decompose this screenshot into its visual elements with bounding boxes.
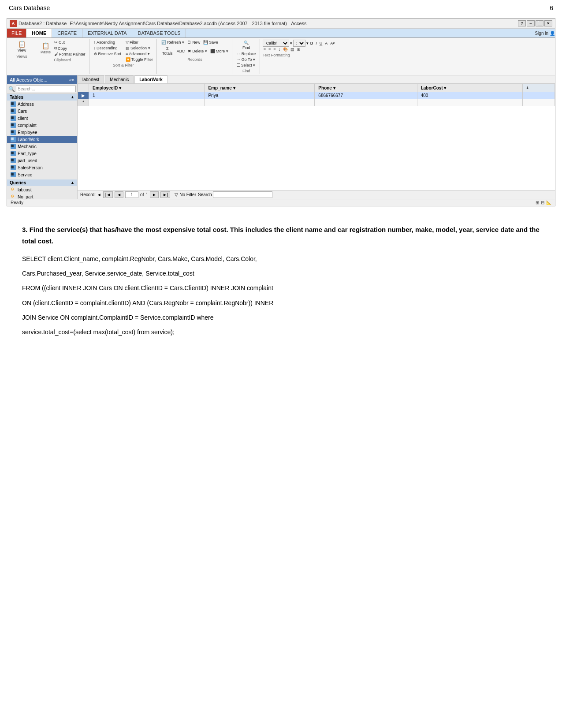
nav-query-no-part[interactable]: ⚙ No_part xyxy=(7,193,77,200)
select-button[interactable]: ☰ Select ▾ xyxy=(236,63,257,68)
line-spacing-button[interactable]: ↕ xyxy=(278,47,282,52)
find-button[interactable]: 🔍 Find xyxy=(236,40,257,51)
sql-line-6: service.total_cost=(select max(total_cos… xyxy=(22,327,540,338)
query-icon: ⚙ xyxy=(11,187,16,192)
tab-home[interactable]: HOME xyxy=(26,29,52,37)
table-row-new[interactable]: * xyxy=(78,99,555,106)
queries-expand-icon[interactable]: ▲ xyxy=(71,180,74,185)
tab-laborwork[interactable]: LaborWork xyxy=(134,75,167,83)
bold-button[interactable]: B xyxy=(309,41,314,46)
selection-button[interactable]: ▤ Selection ▾ xyxy=(125,45,154,51)
col-new-field[interactable]: + xyxy=(522,84,555,92)
help-button[interactable]: ? xyxy=(518,20,526,26)
next-record-button[interactable]: ► xyxy=(150,191,159,198)
gridlines-button[interactable]: ⊞ xyxy=(296,47,301,52)
tables-expand-icon[interactable]: ▲ xyxy=(71,95,74,100)
nav-item-client[interactable]: ▦ client xyxy=(7,115,77,122)
nav-item-cars[interactable]: ▦ Cars xyxy=(7,108,77,115)
last-record-button[interactable]: ►| xyxy=(160,191,171,198)
design-view-icon[interactable]: 📐 xyxy=(546,200,551,205)
ribbon-group-clipboard: 📋 Paste ✂ Cut ⧉ Copy 🖌 Format Painter xyxy=(36,39,89,74)
advanced-button[interactable]: ≡ Advanced ▾ xyxy=(125,51,154,56)
cell-new-labor-cost[interactable] xyxy=(417,99,522,106)
descending-button[interactable]: ↓ Descending xyxy=(93,45,123,51)
nav-search-input[interactable] xyxy=(213,191,272,198)
tab-labortest[interactable]: labortest xyxy=(78,75,104,83)
tab-create[interactable]: CREATE xyxy=(52,29,82,37)
filter-status[interactable]: ▽ No Filter xyxy=(175,192,196,197)
tab-mechanic[interactable]: Mechanic xyxy=(105,75,134,83)
nav-item-employee[interactable]: ▦ Employee xyxy=(7,129,77,136)
table-row[interactable]: ▶ 1 Priya 6866766677 400 xyxy=(78,92,555,99)
go-to-button[interactable]: → Go To ▾ xyxy=(236,57,257,62)
spelling-button[interactable]: ABC xyxy=(176,49,186,54)
align-right-button[interactable]: ≡ xyxy=(272,47,276,52)
nav-item-part-used[interactable]: ▦ part_used xyxy=(7,157,77,164)
nav-item-salesperson[interactable]: ▦ SalesPerson xyxy=(7,164,77,171)
pivot-table-icon[interactable]: ⊟ xyxy=(541,200,544,205)
tab-external-data[interactable]: EXTERNAL DATA xyxy=(82,29,132,37)
align-center-button[interactable]: ≡ xyxy=(268,47,272,52)
save-button[interactable]: 💾 Save xyxy=(202,40,219,45)
background-color-button[interactable]: 🎨 xyxy=(282,47,289,52)
cell-new-phone[interactable] xyxy=(315,99,417,106)
col-employee-id[interactable]: EmployeeID ▾ xyxy=(89,84,205,92)
paste-button[interactable]: 📋 Paste xyxy=(39,41,52,55)
nav-item-complaint[interactable]: ▦ complaint xyxy=(7,122,77,129)
col-labor-cost[interactable]: LaborCost ▾ xyxy=(417,84,522,92)
nav-item-laborwork[interactable]: ▦ LaborWork xyxy=(7,136,77,143)
nav-item-service[interactable]: ▦ Service xyxy=(7,171,77,178)
sort-filter-label: Sort & Filter xyxy=(113,63,134,67)
font-family-select[interactable]: Calibri xyxy=(263,40,289,47)
ascending-button[interactable]: ↑ Ascending xyxy=(93,40,123,45)
search-input[interactable] xyxy=(16,86,76,92)
nav-pane-expand-icon[interactable]: «» xyxy=(69,77,74,82)
delete-button[interactable]: ✖ Delete ▾ xyxy=(187,49,208,54)
refresh-button[interactable]: 🔃 Refresh ▾ xyxy=(160,40,185,45)
maximize-button[interactable]: ⬜ xyxy=(536,20,543,26)
cell-new-employee-id[interactable] xyxy=(89,99,205,106)
nav-query-labcost[interactable]: ⚙ labcost xyxy=(7,186,77,193)
cell-new-empty xyxy=(522,99,555,106)
col-phone[interactable]: Phone ▾ xyxy=(315,84,417,92)
nav-item-mechanic[interactable]: ▦ Mechanic xyxy=(7,143,77,150)
prev-record-button[interactable]: ◄ xyxy=(115,191,123,198)
more-button[interactable]: ⬛ More ▾ xyxy=(209,49,229,54)
remove-sort-button[interactable]: ⊗ Remove Sort xyxy=(93,51,123,56)
copy-button[interactable]: ⧉ Copy xyxy=(53,45,86,51)
highlight-color-button[interactable]: A▾ xyxy=(329,41,336,46)
new-button[interactable]: 🗒 New xyxy=(186,40,201,45)
sign-in[interactable]: Sign in 👤 xyxy=(535,29,555,37)
font-color-button[interactable]: A xyxy=(324,41,328,46)
align-left-button[interactable]: ≡ xyxy=(263,47,267,52)
datasheet-view-icon[interactable]: ⊞ xyxy=(536,200,539,205)
toggle-filter-button[interactable]: 🔽 Toggle Filter xyxy=(125,57,154,62)
filter-button[interactable]: ▽ Filter xyxy=(125,40,154,45)
nav-pane-header[interactable]: All Access Obje... «» xyxy=(7,75,77,84)
text-fmt-top: Calibri ▾ 11 ▾ B I U A A▾ xyxy=(263,40,551,47)
italic-button[interactable]: I xyxy=(315,41,318,46)
cell-labor-cost: 400 xyxy=(417,92,522,99)
nav-item-part-type[interactable]: ▦ Part_type xyxy=(7,150,77,157)
totals-button[interactable]: Σ Totals xyxy=(160,45,175,56)
font-size-select[interactable]: 11 xyxy=(293,40,305,47)
tab-file[interactable]: FILE xyxy=(7,29,26,37)
queries-section-header[interactable]: Queries ▲ xyxy=(7,179,77,186)
go-to-icon: → xyxy=(237,57,241,62)
minimize-button[interactable]: – xyxy=(527,20,535,26)
tables-section-header[interactable]: Tables ▲ xyxy=(7,94,77,101)
cell-new-emp-name[interactable] xyxy=(205,99,315,106)
col-emp-name[interactable]: Emp_name ▾ xyxy=(205,84,315,92)
nav-search-bar: 🔍 xyxy=(7,84,77,94)
nav-item-address[interactable]: ▦ Address xyxy=(7,101,77,108)
underline-button[interactable]: U xyxy=(319,41,324,46)
tab-database-tools[interactable]: DATABASE TOOLS xyxy=(132,29,186,37)
format-painter-button[interactable]: 🖌 Format Painter xyxy=(53,52,86,57)
alternate-row-button[interactable]: ▤ xyxy=(290,47,295,52)
close-button[interactable]: ✕ xyxy=(544,20,552,26)
first-record-button[interactable]: |◄ xyxy=(103,191,113,198)
cut-button[interactable]: ✂ Cut xyxy=(53,40,86,45)
record-number-input[interactable] xyxy=(125,191,138,198)
view-button[interactable]: 📋 View xyxy=(16,40,28,53)
replace-button[interactable]: ↔ Replace xyxy=(236,51,257,56)
